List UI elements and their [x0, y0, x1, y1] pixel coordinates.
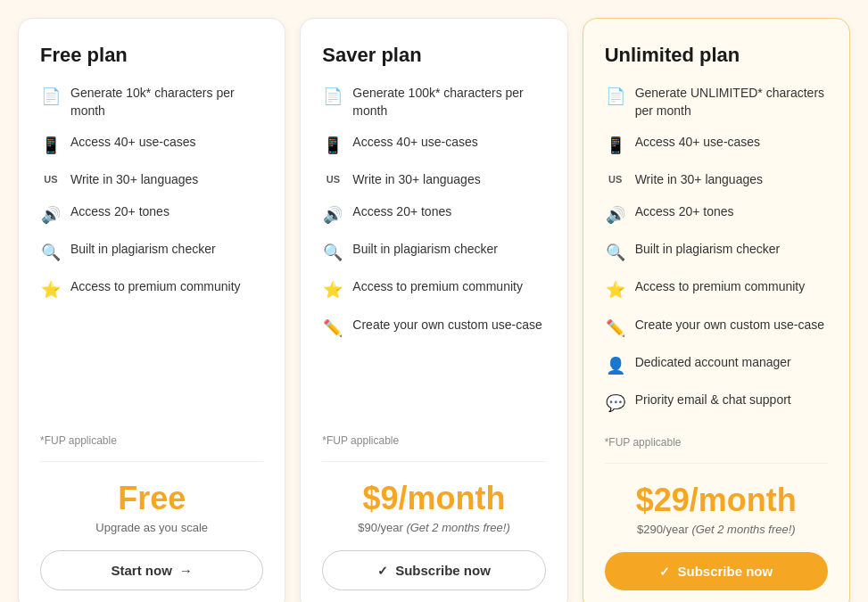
feature-icon-2-6: ✏️ — [605, 317, 626, 340]
feature-text-1-1: Access 40+ use-cases — [352, 134, 477, 152]
price-section-saver: $9/month$90/year (Get 2 months free!)✓Su… — [322, 461, 545, 590]
feature-icon-0-5: ⭐ — [40, 279, 62, 301]
feature-text-0-5: Access to premium community — [70, 278, 241, 296]
list-item: ✏️Create your own custom use-case — [322, 317, 545, 340]
feature-icon-0-0: 📄 — [40, 86, 62, 108]
plan-card-unlimited: Unlimited plan📄Generate UNLIMITED* chara… — [583, 18, 850, 602]
feature-text-2-8: Priority email & chat support — [635, 392, 791, 409]
price-main-free: Free — [40, 480, 263, 517]
feature-text-0-2: Write in 30+ languages — [70, 171, 198, 189]
plan-title-free: Free plan — [40, 44, 263, 67]
list-item: 🔊Access 20+ tones — [40, 203, 263, 227]
list-item: 📱Access 40+ use-cases — [605, 134, 828, 157]
feature-text-2-6: Create your own custom use-case — [635, 317, 824, 334]
feature-icon-1-1: 📱 — [322, 135, 343, 157]
cta-button-saver[interactable]: ✓Subscribe now — [322, 550, 545, 590]
price-sub-free: Upgrade as you scale — [40, 521, 263, 534]
feature-text-2-5: Access to premium community — [635, 278, 806, 296]
feature-icon-2-7: 👤 — [605, 355, 626, 377]
feature-text-2-7: Dedicated account manager — [635, 354, 791, 372]
list-item: 👤Dedicated account manager — [605, 354, 828, 377]
list-item: USWrite in 30+ languages — [40, 171, 263, 189]
feature-icon-1-5: ⭐ — [322, 279, 343, 301]
list-item: USWrite in 30+ languages — [322, 171, 545, 189]
cta-button-unlimited[interactable]: ✓Subscribe now — [605, 552, 828, 590]
checkmark-icon: ✓ — [659, 565, 670, 579]
list-item: 📱Access 40+ use-cases — [40, 134, 263, 157]
cta-label-free: Start now — [111, 563, 171, 578]
cta-label-saver: Subscribe now — [395, 563, 491, 578]
feature-text-1-2: Write in 30+ languages — [352, 171, 480, 189]
feature-text-2-1: Access 40+ use-cases — [635, 134, 760, 152]
price-main-saver: $9/month — [322, 480, 545, 517]
list-item: 📱Access 40+ use-cases — [322, 134, 545, 157]
feature-text-1-3: Access 20+ tones — [352, 203, 451, 221]
feature-icon-1-6: ✏️ — [322, 317, 343, 340]
feature-icon-2-1: 📱 — [605, 135, 626, 157]
list-item: 🔍Built in plagiarism checker — [40, 241, 263, 264]
fup-note-unlimited: *FUP applicable — [605, 436, 828, 449]
feature-icon-0-1: 📱 — [40, 135, 62, 157]
feature-icon-2-8: 💬 — [605, 392, 626, 415]
list-item: ⭐Access to premium community — [40, 278, 263, 301]
plan-title-saver: Saver plan — [322, 44, 545, 67]
list-item: 📄Generate 100k* characters per month — [322, 85, 545, 120]
feature-icon-1-3: 🔊 — [322, 204, 343, 227]
price-section-free: FreeUpgrade as you scaleStart now→ — [40, 461, 263, 590]
feature-text-0-0: Generate 10k* characters per month — [70, 85, 263, 120]
feature-icon-0-4: 🔍 — [40, 242, 62, 264]
plan-title-unlimited: Unlimited plan — [605, 44, 828, 67]
feature-icon-0-2: US — [40, 173, 62, 186]
list-item: 📄Generate UNLIMITED* characters per mont… — [605, 85, 828, 120]
arrow-icon: → — [179, 563, 193, 578]
list-item: 🔊Access 20+ tones — [605, 203, 828, 227]
feature-text-0-3: Access 20+ tones — [70, 203, 169, 221]
price-sub-saver: $90/year (Get 2 months free!) — [322, 521, 545, 534]
feature-text-0-4: Built in plagiarism checker — [70, 241, 216, 259]
checkmark-icon: ✓ — [377, 564, 388, 578]
feature-icon-2-2: US — [605, 173, 626, 186]
feature-text-2-3: Access 20+ tones — [635, 203, 734, 221]
price-main-unlimited: $29/month — [605, 482, 828, 519]
feature-text-1-5: Access to premium community — [352, 278, 523, 296]
feature-icon-1-4: 🔍 — [322, 242, 343, 264]
list-item: ⭐Access to premium community — [322, 278, 545, 301]
list-item: ✏️Create your own custom use-case — [605, 317, 828, 340]
cta-label-unlimited: Subscribe now — [677, 564, 773, 579]
feature-icon-1-0: 📄 — [322, 86, 343, 108]
price-sub-unlimited: $290/year (Get 2 months free!) — [605, 523, 828, 536]
feature-text-2-2: Write in 30+ languages — [635, 171, 763, 189]
feature-icon-0-3: 🔊 — [40, 204, 62, 227]
feature-text-2-0: Generate UNLIMITED* characters per month — [635, 85, 828, 120]
fup-note-saver: *FUP applicable — [322, 434, 545, 447]
feature-text-2-4: Built in plagiarism checker — [635, 241, 781, 259]
list-item: 🔍Built in plagiarism checker — [605, 241, 828, 264]
price-section-unlimited: $29/month$290/year (Get 2 months free!)✓… — [605, 463, 828, 590]
list-item: 📄Generate 10k* characters per month — [40, 85, 263, 120]
feature-text-1-6: Create your own custom use-case — [352, 317, 541, 334]
features-list-free: 📄Generate 10k* characters per month📱Acce… — [40, 85, 263, 427]
feature-icon-1-2: US — [322, 173, 343, 186]
list-item: 💬Priority email & chat support — [605, 392, 828, 415]
feature-text-1-0: Generate 100k* characters per month — [352, 85, 545, 120]
feature-text-1-4: Built in plagiarism checker — [352, 241, 498, 259]
feature-text-0-1: Access 40+ use-cases — [70, 134, 195, 152]
features-list-saver: 📄Generate 100k* characters per month📱Acc… — [322, 85, 545, 427]
list-item: USWrite in 30+ languages — [605, 171, 828, 189]
list-item: 🔍Built in plagiarism checker — [322, 241, 545, 264]
list-item: ⭐Access to premium community — [605, 278, 828, 301]
feature-icon-2-3: 🔊 — [605, 204, 626, 227]
cta-button-free[interactable]: Start now→ — [40, 550, 263, 590]
feature-icon-2-5: ⭐ — [605, 279, 626, 301]
feature-icon-2-0: 📄 — [605, 86, 626, 108]
pricing-container: Free plan📄Generate 10k* characters per m… — [18, 18, 850, 602]
feature-icon-2-4: 🔍 — [605, 242, 626, 264]
fup-note-free: *FUP applicable — [40, 434, 263, 447]
plan-card-saver: Saver plan📄Generate 100k* characters per… — [300, 18, 567, 602]
features-list-unlimited: 📄Generate UNLIMITED* characters per mont… — [605, 85, 828, 429]
plan-card-free: Free plan📄Generate 10k* characters per m… — [18, 18, 285, 602]
list-item: 🔊Access 20+ tones — [322, 203, 545, 227]
